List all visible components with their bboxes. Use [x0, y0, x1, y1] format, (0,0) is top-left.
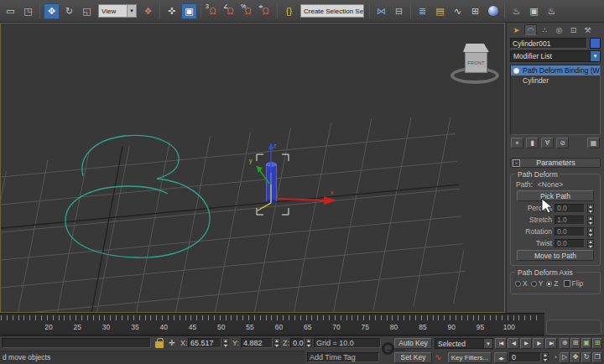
- x-coordinate-spinner[interactable]: [222, 338, 229, 347]
- mirror-icon[interactable]: ⋈: [373, 3, 389, 19]
- viewport-scene: z y x: [1, 23, 504, 312]
- configure-modifier-sets-icon[interactable]: ▦: [587, 138, 600, 148]
- zoom-extents-icon[interactable]: ▣: [581, 338, 591, 349]
- zoom-icon[interactable]: ⊕: [560, 338, 570, 349]
- current-frame-spinner[interactable]: [542, 352, 549, 361]
- select-and-move-icon[interactable]: ✥: [44, 3, 60, 19]
- reference-coordinate-system-dropdown[interactable]: View: [98, 4, 137, 18]
- go-to-start-button[interactable]: |◀: [495, 338, 507, 349]
- dropdown-arrow-icon[interactable]: [483, 339, 492, 348]
- tab-motion[interactable]: ◎: [553, 24, 565, 35]
- spinner-snap-icon[interactable]: Ω≑: [258, 3, 273, 19]
- z-coordinate-spinner[interactable]: [305, 338, 312, 347]
- tab-hierarchy[interactable]: ∴: [539, 24, 551, 35]
- set-key-button[interactable]: Set Key: [394, 352, 432, 363]
- twist-field[interactable]: 0.0: [555, 239, 585, 248]
- time-configuration-icon[interactable]: ◔: [553, 352, 557, 362]
- modifier-stack-item[interactable]: Cylinder: [511, 75, 600, 86]
- absolute-mode-transform-icon[interactable]: [167, 338, 177, 348]
- auto-key-button[interactable]: Auto Key: [394, 338, 432, 349]
- show-end-result-icon[interactable]: ▮: [526, 138, 539, 148]
- layer-manager-icon[interactable]: ≣: [414, 3, 430, 19]
- curve-editor-icon[interactable]: ∿: [450, 3, 466, 19]
- angle-snap-icon[interactable]: Ω∠: [222, 3, 238, 19]
- percent-snap-icon[interactable]: Ω%: [240, 3, 256, 19]
- select-and-manipulate-icon[interactable]: ✜: [164, 3, 180, 19]
- edit-named-selection-sets-icon[interactable]: {}: [281, 3, 297, 19]
- modifier-list-dropdown[interactable]: Modifier List: [510, 50, 601, 62]
- current-frame-field[interactable]: 0: [509, 352, 541, 362]
- next-frame-button[interactable]: |▶: [533, 338, 544, 349]
- key-filters-button[interactable]: Key Filters...: [448, 352, 492, 363]
- remove-modifier-icon[interactable]: ⊘: [556, 138, 569, 148]
- stretch-field[interactable]: 1.0: [555, 216, 585, 225]
- axis-y-radio[interactable]: Y: [531, 279, 544, 288]
- object-color-swatch[interactable]: [590, 38, 601, 49]
- add-time-tag-field[interactable]: Add Time Tag: [307, 352, 379, 362]
- parameters-rollout-header[interactable]: Parameters: [510, 158, 601, 168]
- snaps-toggle-icon[interactable]: Ω3: [205, 3, 221, 19]
- play-button[interactable]: ▶: [520, 338, 532, 349]
- tab-modify[interactable]: ◠: [524, 24, 537, 35]
- rectangular-selection-region-icon[interactable]: ▭: [3, 3, 18, 19]
- previous-frame-button[interactable]: ◀|: [508, 338, 519, 349]
- named-selection-sets-dropdown[interactable]: Create Selection Se: [300, 4, 364, 18]
- y-coordinate-field[interactable]: 4.882: [241, 338, 273, 348]
- render-setup-icon[interactable]: ♨: [508, 3, 524, 19]
- pin-stack-icon[interactable]: ⌖: [511, 138, 523, 148]
- frame-label: 45: [189, 323, 196, 331]
- select-and-rotate-icon[interactable]: ↻: [61, 3, 77, 19]
- new-key-tangent-icon[interactable]: ∿: [435, 352, 441, 362]
- flip-checkbox[interactable]: Flip: [564, 279, 584, 288]
- dropdown-arrow-icon[interactable]: [590, 51, 600, 61]
- go-to-end-button[interactable]: ▶|: [545, 338, 557, 349]
- tab-utilities[interactable]: ⚒: [581, 24, 594, 35]
- align-icon[interactable]: ⊟: [391, 3, 407, 19]
- collapse-rollout-icon[interactable]: [513, 159, 520, 167]
- pan-hand-icon[interactable]: ✥: [570, 352, 581, 363]
- rotation-field[interactable]: 0.0: [555, 227, 585, 237]
- timeline-ruler[interactable]: 20253035404550556065707580859095100: [0, 313, 544, 335]
- make-unique-icon[interactable]: ∀: [541, 138, 554, 148]
- modifier-enabled-bulb-icon[interactable]: [513, 68, 519, 74]
- viewcube-front-face[interactable]: FRONT: [465, 52, 487, 73]
- keyboard-shortcut-override-icon[interactable]: ▣: [181, 3, 197, 19]
- tab-display[interactable]: ⊡: [567, 24, 580, 35]
- select-and-scale-icon[interactable]: ◱: [79, 3, 95, 19]
- pick-path-button[interactable]: Pick Path: [517, 190, 594, 201]
- axis-z-radio[interactable]: Z: [546, 279, 558, 288]
- material-editor-icon[interactable]: [485, 3, 501, 19]
- orbit-icon[interactable]: ↻: [581, 352, 591, 363]
- modifier-stack-item[interactable]: Path Deform Binding (WS: [511, 65, 600, 75]
- axis-x-radio[interactable]: X: [515, 279, 528, 288]
- tab-create[interactable]: ➤: [510, 24, 523, 35]
- perspective-viewport[interactable]: z y x FRONT: [0, 23, 505, 313]
- scene-explorer-icon[interactable]: ▤: [432, 3, 448, 19]
- z-coordinate-field[interactable]: 0.0: [290, 338, 305, 348]
- zoom-all-icon[interactable]: ⊞: [570, 338, 581, 349]
- rotation-spinner[interactable]: [587, 227, 594, 237]
- panel-empty-area: [546, 320, 601, 335]
- selection-filter-dropdown[interactable]: Selected: [435, 338, 493, 349]
- key-mode-toggle[interactable]: ◀▶: [494, 352, 508, 363]
- y-coordinate-spinner[interactable]: [273, 338, 280, 347]
- twist-spinner[interactable]: [587, 239, 594, 248]
- field-of-view-icon[interactable]: ▷: [560, 352, 570, 363]
- use-pivot-point-center-icon[interactable]: ❖: [140, 3, 156, 19]
- x-coordinate-field[interactable]: 65.517: [188, 338, 221, 348]
- stretch-spinner[interactable]: [587, 216, 594, 225]
- zoom-extents-all-icon[interactable]: ⊞: [592, 338, 602, 349]
- window-crossing-toggle-icon[interactable]: ◳: [20, 3, 36, 19]
- maximize-viewport-toggle-icon[interactable]: ❒: [592, 352, 602, 363]
- object-name-field[interactable]: [510, 38, 587, 49]
- toolbar-items: ▭◳✥↻◱View❖✜▣Ω3Ω∠Ω%Ω≑{}Create Selection S…: [0, 3, 604, 19]
- schematic-view-icon[interactable]: ⊞: [467, 3, 483, 19]
- percent-field[interactable]: 0.0: [555, 204, 585, 213]
- dropdown-arrow-icon[interactable]: [363, 5, 364, 17]
- dropdown-arrow-icon[interactable]: [127, 5, 136, 17]
- move-to-path-button[interactable]: Move to Path: [517, 250, 594, 261]
- rendered-frame-window-icon[interactable]: ▣: [526, 3, 542, 19]
- selection-lock-icon[interactable]: [155, 341, 164, 348]
- render-production-icon[interactable]: ♨: [544, 3, 560, 19]
- percent-spinner[interactable]: [587, 204, 594, 213]
